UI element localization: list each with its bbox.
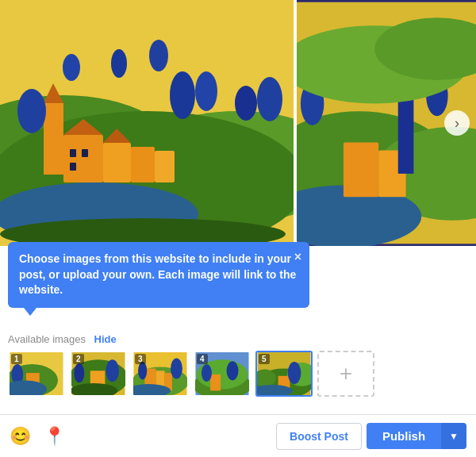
- svg-rect-22: [70, 149, 76, 157]
- svg-point-61: [227, 361, 239, 380]
- available-section: Available images Hide 1 2: [0, 327, 476, 401]
- bottom-actions: Boost Post Publish ▼: [276, 423, 466, 450]
- next-arrow[interactable]: ›: [444, 110, 470, 136]
- boost-post-button[interactable]: Boost Post: [276, 423, 362, 450]
- svg-point-44: [74, 363, 84, 382]
- svg-rect-6: [103, 143, 131, 182]
- thumbnail-3[interactable]: 3: [132, 351, 189, 397]
- svg-point-67: [288, 362, 301, 384]
- tooltip-box: Choose images from this website to inclu…: [8, 242, 309, 308]
- thumb-number-4: 4: [197, 354, 208, 364]
- svg-rect-23: [82, 149, 88, 157]
- location-button[interactable]: 📍: [44, 428, 65, 445]
- svg-point-15: [195, 71, 217, 111]
- thumbnail-1[interactable]: 1: [8, 351, 65, 397]
- emoji-button[interactable]: 😊: [10, 428, 31, 445]
- svg-point-14: [170, 71, 195, 119]
- thumb-number-1: 1: [11, 354, 22, 364]
- svg-rect-59: [210, 374, 221, 390]
- available-label: Available images: [8, 333, 86, 345]
- svg-rect-5: [63, 135, 103, 182]
- svg-rect-11: [44, 103, 63, 175]
- svg-point-18: [111, 49, 127, 78]
- publish-button[interactable]: Publish: [367, 423, 441, 449]
- svg-rect-29: [344, 143, 378, 198]
- svg-rect-24: [70, 163, 76, 171]
- svg-point-60: [202, 364, 212, 382]
- preview-right: ›: [297, 0, 476, 246]
- thumb-number-5: 5: [259, 354, 270, 364]
- svg-rect-8: [155, 151, 175, 182]
- svg-point-45: [106, 359, 119, 382]
- publish-dropdown-button[interactable]: ▼: [441, 423, 466, 449]
- bottom-icons: 😊 📍: [10, 428, 276, 445]
- dropdown-arrow-icon: ▼: [449, 431, 459, 442]
- thumbnail-2[interactable]: 2: [70, 351, 127, 397]
- publish-group: Publish ▼: [367, 423, 466, 449]
- preview-left: [0, 0, 294, 246]
- svg-point-16: [235, 86, 257, 121]
- svg-point-19: [149, 40, 168, 71]
- image-preview-area: ›: [0, 0, 476, 246]
- tooltip-close-button[interactable]: ×: [294, 248, 301, 266]
- svg-point-53: [138, 362, 147, 379]
- svg-point-13: [17, 89, 46, 133]
- thumbnail-5[interactable]: 5: [255, 351, 313, 397]
- svg-point-17: [257, 77, 282, 121]
- hide-link[interactable]: Hide: [94, 333, 117, 345]
- bottom-bar: 😊 📍 Boost Post Publish ▼: [0, 414, 476, 457]
- thumb-number-3: 3: [135, 354, 146, 364]
- thumb-number-2: 2: [73, 354, 84, 364]
- svg-point-20: [63, 54, 80, 81]
- add-image-button[interactable]: +: [317, 351, 374, 397]
- tooltip-message: Choose images from this website to inclu…: [19, 252, 296, 296]
- thumbnails-row: 1 2: [8, 351, 468, 397]
- tooltip-container: Choose images from this website to inclu…: [8, 242, 309, 308]
- thumbnail-4[interactable]: 4: [194, 351, 251, 397]
- svg-rect-7: [131, 147, 155, 182]
- svg-point-54: [171, 358, 182, 378]
